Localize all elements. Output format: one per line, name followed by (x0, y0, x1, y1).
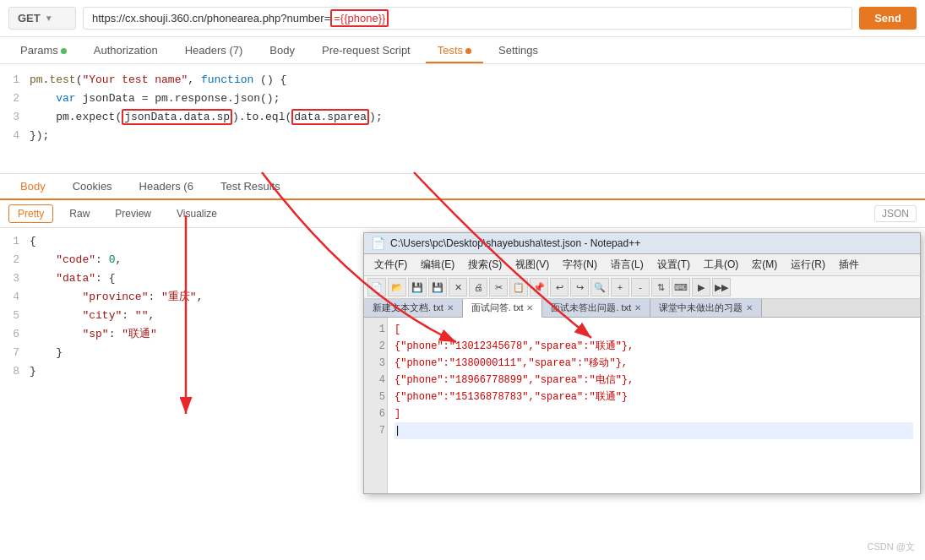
json-num-6: 6 (0, 325, 30, 344)
watermark: CSDN @文 (868, 541, 915, 553)
json-content-5: "city": "", (30, 307, 155, 325)
send-button[interactable]: Send (859, 7, 917, 30)
tab-body-label: Body (269, 44, 295, 57)
notepad-tab-4[interactable]: 课堂中未做出的习题 ✕ (650, 299, 762, 317)
notepad-window: 📄 C:\Users\pc\Desktop\shayebusha\test.js… (363, 232, 921, 494)
code-content-4: }); (30, 127, 49, 145)
tab-authorization[interactable]: Authorization (82, 37, 170, 63)
format-preview[interactable]: Preview (106, 204, 161, 223)
toolbar-paste[interactable]: 📌 (530, 278, 548, 296)
menu-plugins[interactable]: 插件 (832, 256, 866, 274)
toolbar-new[interactable]: 📄 (367, 278, 386, 296)
notepad-tab-2[interactable]: 面试问答. txt ✕ (463, 299, 543, 318)
menu-file[interactable]: 文件(F) (367, 256, 414, 274)
menu-edit[interactable]: 编辑(E) (414, 256, 461, 274)
menu-tools[interactable]: 工具(O) (697, 256, 745, 274)
notepad-tab-4-label: 课堂中未做出的习题 (659, 302, 743, 314)
toolbar-sync[interactable]: ⇅ (651, 278, 670, 296)
tests-dot (465, 48, 471, 54)
tab-test-results[interactable]: Test Results (209, 174, 292, 198)
notepad-code: [ {"phone":"13012345678","sparea":"联通"},… (388, 318, 920, 493)
toolbar-macro[interactable]: ▶ (692, 278, 710, 296)
toolbar-zoom-in[interactable]: + (611, 278, 629, 296)
code-content-1: pm.test("Your test name", function () { (30, 71, 286, 90)
response-format-label: JSON (874, 205, 917, 222)
tab-prerequest[interactable]: Pre-request Script (310, 37, 422, 63)
url-field[interactable]: https://cx.shouji.360.cn/phonearea.php?n… (83, 7, 852, 30)
tab-headers[interactable]: Headers (7) (173, 37, 255, 63)
np-line-5: {"phone":"15136878783","sparea":"联通"} (394, 389, 913, 405)
notepad-title: C:\Users\pc\Desktop\shayebusha\test.json… (390, 237, 913, 249)
format-pretty[interactable]: Pretty (8, 204, 53, 223)
format-visualize[interactable]: Visualize (167, 204, 226, 223)
toolbar-redo[interactable]: ↪ (570, 278, 589, 296)
json-num-7: 7 (0, 344, 30, 362)
notepad-tab-3[interactable]: 面试未答出问题. txt ✕ (542, 299, 650, 317)
notepad-toolbar: 📄 📂 💾 💾 ✕ 🖨 ✂ 📋 📌 ↩ ↪ 🔍 + - ⇅ ⌨ ▶ ▶▶ (364, 276, 920, 299)
notepad-gutter: 1234567 (364, 318, 388, 493)
json-num-4: 4 (0, 288, 30, 307)
toolbar-save-all[interactable]: 💾 (428, 278, 447, 296)
tab-response-headers-label: Headers (6 (139, 180, 193, 193)
json-num-8: 8 (0, 362, 30, 381)
json-num-2: 2 (0, 251, 30, 269)
tab-tests-label: Tests (438, 44, 463, 57)
menu-encoding[interactable]: 字符(N) (556, 256, 604, 274)
notepad-tab-2-close[interactable]: ✕ (526, 303, 533, 313)
notepad-tab-1-close[interactable]: ✕ (447, 303, 454, 313)
json-content-2: "code": 0, (30, 251, 122, 269)
code-line-2: 2 var jsonData = pm.response.json(); (0, 90, 925, 108)
notepad-tab-2-label: 面试问答. txt (471, 302, 524, 314)
code-editor: 1 pm.test("Your test name", function () … (0, 64, 925, 174)
menu-view[interactable]: 视图(V) (509, 256, 556, 274)
toolbar-wrap[interactable]: ⌨ (672, 278, 690, 296)
response-tab-bar: Body Cookies Headers (6 Test Results (0, 174, 925, 200)
tab-settings[interactable]: Settings (487, 37, 550, 63)
chevron-down-icon: ▼ (45, 14, 53, 23)
toolbar-save[interactable]: 💾 (408, 278, 427, 296)
menu-search[interactable]: 搜索(S) (461, 256, 509, 274)
toolbar-zoom-out[interactable]: - (631, 278, 650, 296)
notepad-tab-1-label: 新建文本文档. txt (373, 302, 443, 314)
menu-macro[interactable]: 宏(M) (745, 256, 784, 274)
toolbar-cut[interactable]: ✂ (489, 278, 508, 296)
params-dot (61, 48, 67, 54)
json-content-7: } (30, 344, 63, 362)
line-number-2: 2 (0, 90, 30, 108)
tab-tests[interactable]: Tests (426, 37, 483, 63)
json-content-3: "data": { (30, 269, 115, 288)
json-content-1: { (30, 232, 36, 251)
toolbar-undo[interactable]: ↩ (550, 278, 569, 296)
np-line-1: [ (394, 321, 913, 338)
tab-body[interactable]: Body (258, 37, 307, 63)
notepad-tab-3-label: 面试未答出问题. txt (551, 302, 631, 314)
tab-response-body-label: Body (20, 180, 46, 193)
url-prefix: https://cx.shouji.360.cn/phonearea.php?n… (92, 12, 330, 24)
notepad-tab-1[interactable]: 新建文本文档. txt ✕ (364, 299, 463, 317)
tab-cookies[interactable]: Cookies (61, 174, 124, 198)
notepad-tabs: 新建文本文档. txt ✕ 面试问答. txt ✕ 面试未答出问题. txt ✕… (364, 299, 920, 318)
tab-response-headers[interactable]: Headers (6 (128, 174, 205, 198)
toolbar-find[interactable]: 🔍 (590, 278, 609, 296)
toolbar-copy[interactable]: 📋 (509, 278, 528, 296)
menu-settings[interactable]: 设置(T) (650, 256, 697, 274)
toolbar-close[interactable]: ✕ (449, 278, 467, 296)
format-raw[interactable]: Raw (60, 204, 99, 223)
toolbar-open[interactable]: 📂 (388, 278, 406, 296)
tab-prerequest-label: Pre-request Script (322, 44, 411, 57)
menu-language[interactable]: 语言(L) (604, 256, 650, 274)
notepad-tab-4-close[interactable]: ✕ (746, 303, 753, 313)
tab-response-body[interactable]: Body (8, 174, 57, 200)
code-content-3: pm.expect(jsonData.data.sp).to.eql(data.… (30, 108, 383, 127)
code-content-2: var jsonData = pm.response.json(); (30, 90, 280, 108)
np-line-6: ] (394, 405, 913, 422)
toolbar-run[interactable]: ▶▶ (712, 278, 731, 296)
notepad-tab-3-close[interactable]: ✕ (634, 303, 641, 313)
json-content-4: "province": "重庆", (30, 288, 203, 307)
notepad-menu-bar: 文件(F) 编辑(E) 搜索(S) 视图(V) 字符(N) 语言(L) 设置(T… (364, 254, 920, 276)
menu-run[interactable]: 运行(R) (784, 256, 832, 274)
toolbar-print[interactable]: 🖨 (469, 278, 487, 296)
notepad-icon: 📄 (371, 237, 385, 250)
tab-params[interactable]: Params (8, 37, 79, 63)
method-select[interactable]: GET ▼ (8, 7, 76, 30)
